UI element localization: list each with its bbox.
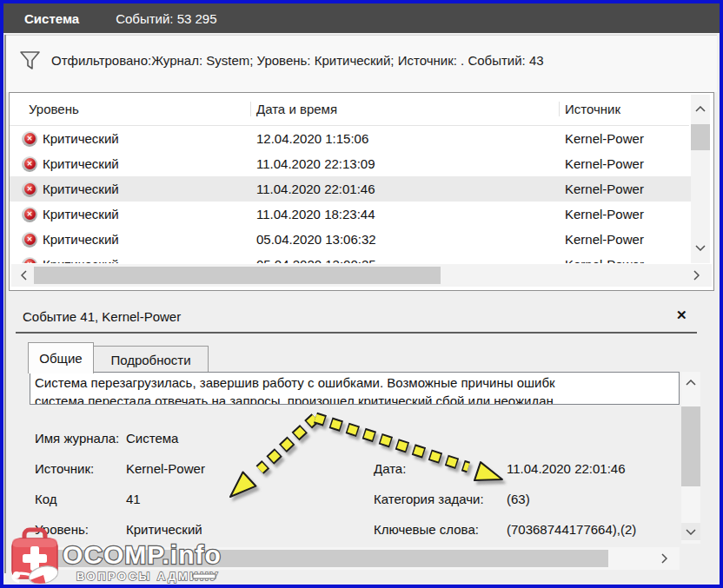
list-vertical-scrollbar[interactable] (691, 95, 710, 263)
cell-datetime: 11.04.2020 18:23:44 (256, 207, 565, 221)
cell-datetime: 11.04.2020 22:01:46 (256, 182, 565, 196)
tab-general[interactable]: Общие (28, 342, 94, 373)
field-value-date: 11.04.2020 22:01:46 (507, 461, 626, 476)
scroll-down-icon[interactable] (691, 239, 710, 256)
event-description-box[interactable]: Система перезагрузилась, завершив работу… (30, 372, 680, 405)
list-rows: ✕Критический 12.04.2020 1:15:06 Kernel-P… (10, 126, 691, 263)
critical-icon: ✕ (22, 257, 37, 264)
cell-datetime: 12.04.2020 1:15:06 (256, 131, 565, 146)
field-label-keywords: Ключевые слова: (374, 522, 479, 537)
close-icon[interactable]: ✕ (676, 307, 687, 323)
critical-icon: ✕ (22, 156, 37, 172)
cell-source: Kernel-Power (565, 182, 691, 196)
cell-level: Критический (43, 182, 119, 196)
cell-level: Критический (43, 131, 119, 146)
table-row[interactable]: ✕Критический 05.04.2020 13:06:32 Kernel-… (10, 227, 691, 252)
log-name: Система (24, 11, 79, 26)
scroll-up-icon[interactable] (681, 373, 700, 391)
cell-source: Kernel-Power (565, 257, 691, 263)
field-value-task-category: (63) (507, 492, 530, 506)
cell-level: Критический (43, 207, 119, 221)
field-label-date: Дата: (374, 461, 406, 476)
column-header-source[interactable]: Источник (559, 102, 689, 116)
cell-level: Критический (43, 156, 119, 171)
brand-text: OCOMP.info (63, 540, 222, 569)
cell-datetime: 05.04.2020 13:06:32 (256, 232, 565, 247)
table-row[interactable]: ✕Критический 12.04.2020 1:15:06 Kernel-P… (10, 126, 691, 151)
filter-summary-text: Отфильтровано:Журнал: System; Уровень: К… (51, 53, 544, 68)
field-value-log-name: Система (126, 431, 178, 446)
ocomp-watermark: OCOMP.info ВОПРОСЫ АДМИНУ (5, 525, 231, 584)
event-detail-title: Событие 41, Kernel-Power (23, 309, 181, 324)
field-label-event-id: Код (35, 492, 57, 506)
cell-source: Kernel-Power (565, 232, 691, 247)
filter-funnel-icon (18, 50, 42, 76)
events-total-count: Событий: 53 295 (116, 11, 216, 26)
window-left-edge (4, 35, 6, 573)
critical-icon: ✕ (22, 207, 37, 222)
field-label-log-name: Имя журнала: (35, 431, 119, 446)
cell-datetime: 05.04.2020 13:00:25 (256, 257, 565, 263)
event-viewer-window: Система Событий: 53 295 Отфильтровано:Жу… (0, 0, 723, 588)
detail-separator (16, 332, 697, 334)
table-row[interactable]: ✕Критический 05.04.2020 13:00:25 Kernel-… (10, 252, 691, 263)
field-value-event-id: 41 (126, 492, 141, 506)
scroll-down-icon[interactable] (681, 523, 700, 540)
field-value-source: Kernel-Power (126, 461, 205, 476)
list-horizontal-scrollbar[interactable] (11, 264, 712, 287)
critical-icon: ✕ (22, 131, 37, 147)
cell-source: Kernel-Power (565, 207, 691, 221)
cell-datetime: 11.04.2020 22:13:09 (256, 156, 565, 171)
list-header: Уровень Дата и время Источник (10, 93, 689, 126)
field-label-task-category: Категория задачи: (374, 492, 484, 506)
description-line-2: система перестала отвечать на запросы, п… (35, 392, 679, 405)
scroll-thumb[interactable] (681, 406, 700, 486)
field-value-keywords: (70368744177664),(2) (507, 522, 636, 537)
detail-vertical-scrollbar[interactable] (681, 372, 700, 544)
cell-source: Kernel-Power (565, 156, 691, 171)
tagline-dash (193, 574, 216, 578)
cell-level: Критический (43, 232, 119, 247)
table-row-selected[interactable]: ✕Критический 11.04.2020 22:01:46 Kernel-… (10, 176, 691, 202)
scroll-left-icon[interactable] (15, 267, 32, 284)
scroll-right-icon[interactable] (687, 267, 705, 284)
field-label-source: Источник: (35, 461, 94, 476)
column-header-level[interactable]: Уровень (29, 102, 256, 116)
scroll-up-icon[interactable] (691, 100, 710, 117)
table-row[interactable]: ✕Критический 11.04.2020 22:13:09 Kernel-… (10, 151, 691, 176)
critical-icon: ✕ (22, 232, 37, 248)
filter-bar: Отфильтровано:Журнал: System; Уровень: К… (6, 35, 717, 92)
tab-details[interactable]: Подробности (94, 346, 209, 373)
column-header-datetime[interactable]: Дата и время (250, 102, 559, 116)
table-row[interactable]: ✕Критический 11.04.2020 18:23:44 Kernel-… (10, 202, 691, 227)
log-title-bar: Система Событий: 53 295 (3, 3, 720, 33)
events-list: Уровень Дата и время Источник ✕Критическ… (9, 92, 714, 291)
scroll-thumb[interactable] (34, 267, 441, 284)
cell-source: Kernel-Power (565, 131, 691, 146)
cell-level: Критический (43, 257, 119, 263)
description-line-1: Система перезагрузилась, завершив работу… (35, 373, 679, 392)
scroll-thumb[interactable] (691, 124, 710, 150)
critical-icon: ✕ (22, 182, 37, 197)
scroll-right-icon[interactable] (655, 550, 673, 567)
